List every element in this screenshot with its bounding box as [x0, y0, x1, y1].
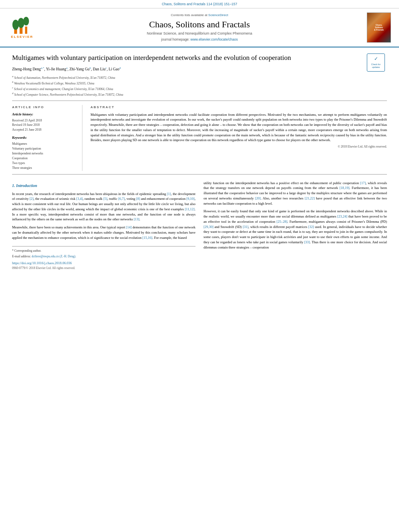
- email-label: E-mail address:: [12, 255, 31, 258]
- cover-thumbnail: Chaos,Solitons& Fractals: [367, 12, 391, 43]
- keyword-4: Cooperation: [12, 156, 76, 161]
- article-title-section: Multigames with voluntary participation …: [12, 53, 387, 97]
- ref-20[interactable]: [20]: [255, 196, 261, 200]
- keyword-3: Interdependent networks: [12, 152, 76, 156]
- ref-8[interactable]: [8]: [136, 197, 140, 201]
- issn-line: 0960-0779/© 2018 Elsevier Ltd. All right…: [12, 266, 195, 270]
- ref-1[interactable]: [1]: [167, 192, 171, 196]
- ref-11-12[interactable]: [11,12]: [185, 207, 194, 211]
- elsevier-wordmark: ELSEVIER: [11, 35, 33, 39]
- svg-point-3: [18, 18, 24, 28]
- title-divider: [12, 101, 387, 101]
- ref-23-24[interactable]: [23,24]: [337, 214, 348, 218]
- author-3: Zhi-Yang Gu: [70, 67, 90, 71]
- ref-25-28[interactable]: [25–28]: [277, 220, 288, 224]
- article-history-title: Article history:: [12, 112, 76, 117]
- intro-para-3: utility function on the interdependent n…: [204, 181, 387, 206]
- journal-subtitle: Nonlinear Science, and Nonequilibrium an…: [40, 31, 359, 36]
- check-badge-inner: ✓ Check for updates: [367, 53, 385, 72]
- authors-line: Zheng-Hong Denga,*, Yi-Jie Huanga, Zhi-Y…: [12, 66, 361, 72]
- author-2: Yi-Jie Huang: [46, 67, 66, 71]
- ref-31[interactable]: [31]: [243, 225, 248, 229]
- abstract-heading: ABSTRACT: [90, 105, 387, 109]
- intro-para-4: However, it can be easily found that onl…: [204, 209, 387, 250]
- abstract-column: ABSTRACT Multigames with voluntary parti…: [90, 105, 387, 170]
- journal-title-block: Contents lists available at ScienceDirec…: [36, 13, 363, 42]
- email-line: E-mail address: dcthree@nwpu.edu.cn (Z.-…: [12, 254, 195, 259]
- copyright-line: © 2018 Elsevier Ltd. All rights reserved…: [90, 145, 387, 149]
- journal-main-title: Chaos, Solitons and Fractals: [40, 19, 359, 30]
- ref-3-4[interactable]: [3,4]: [76, 197, 83, 201]
- affiliation-c: c School of economics and management, Ch…: [12, 86, 361, 91]
- ref-14[interactable]: [14]: [126, 225, 132, 229]
- affiliations: a School of Automation, Northwestern Pol…: [12, 74, 361, 97]
- ref-2[interactable]: [2]: [29, 197, 33, 201]
- affiliation-a: a School of Automation, Northwestern Pol…: [12, 74, 361, 80]
- article-info-abstract-section: ARTICLE INFO Article history: Received 2…: [12, 105, 387, 170]
- svg-point-4: [23, 17, 29, 26]
- body-right-column: utility function on the interdependent n…: [204, 181, 387, 270]
- article-title-text: Multigames with voluntary participation …: [12, 53, 361, 97]
- sciencedirect-link[interactable]: ScienceDirect: [208, 13, 228, 17]
- elsevier-tree-icon: [11, 16, 33, 34]
- contents-available-text: Contents lists available at ScienceDirec…: [40, 13, 359, 17]
- ref-33[interactable]: [33]: [304, 240, 310, 244]
- doi-link[interactable]: https://doi.org/10.1016/j.chaos.2018.06.…: [12, 261, 72, 265]
- journal-header: ELSEVIER Contents lists available at Sci…: [0, 8, 399, 47]
- ref-17[interactable]: [17]: [360, 181, 366, 185]
- ref-15-16[interactable]: [15,16]: [142, 236, 152, 240]
- intro-para-2: Meanwhile, there have been so many achie…: [12, 225, 195, 240]
- ref-13[interactable]: [13]: [134, 217, 139, 221]
- keyword-1: Multigames: [12, 142, 76, 146]
- body-two-columns: 1. Introduction In recent years, the res…: [12, 181, 387, 270]
- email-link[interactable]: dcthree@nwpu.edu.cn (Z.-H. Deng).: [32, 255, 76, 258]
- ref-21-22[interactable]: [21,22]: [305, 196, 315, 200]
- cover-title-text: Chaos,Solitons& Fractals: [374, 24, 384, 31]
- article-info-heading: ARTICLE INFO: [12, 105, 76, 109]
- check-updates-badge: ✓ Check for updates: [367, 53, 387, 72]
- journal-cover-image: Chaos,Solitons& Fractals: [363, 12, 391, 43]
- ref-9-10[interactable]: [9,10]: [186, 197, 195, 201]
- body-left-column: 1. Introduction In recent years, the res…: [12, 181, 195, 270]
- svg-rect-5: [25, 27, 27, 34]
- journal-homepage: journal homepage: www.elsevier.com/locat…: [40, 37, 359, 42]
- check-badge-line1: Check for: [371, 63, 381, 66]
- corresponding-author-note: * Corresponding author.: [12, 249, 195, 253]
- abstract-text: Multigames with voluntary participation …: [90, 112, 387, 143]
- footnote-section: * Corresponding author. E-mail address: …: [12, 246, 195, 270]
- accepted-date: Accepted 21 June 2018: [12, 128, 76, 132]
- keywords-title: Keywords:: [12, 136, 76, 140]
- homepage-link[interactable]: www.elsevier.com/locate/chaos: [191, 37, 238, 41]
- elsevier-logo: ELSEVIER: [8, 16, 36, 39]
- article-info-column: ARTICLE INFO Article history: Received 2…: [12, 105, 82, 170]
- author-4: Dan Liu: [93, 67, 105, 71]
- check-icon: ✓: [374, 56, 378, 62]
- svg-point-2: [12, 20, 19, 30]
- journal-citation: Chaos, Solitons and Fractals 114 (2018) …: [162, 2, 237, 6]
- introduction-heading: 1. Introduction: [12, 183, 195, 189]
- main-content: Multigames with voluntary participation …: [0, 47, 399, 276]
- keyword-5: Two types: [12, 161, 76, 166]
- ref-6-7[interactable]: [6,7]: [118, 197, 125, 201]
- ref-32[interactable]: [32]: [308, 225, 314, 229]
- affiliation-d: d School of Computer Science, Northweste…: [12, 91, 361, 97]
- article-main-title: Multigames with voluntary participation …: [12, 53, 361, 62]
- abstract-body-divider: [12, 174, 387, 175]
- revised-date: Revised 19 June 2018: [12, 123, 76, 127]
- affiliation-b: b Wenzhou VocationalErTechnical College,…: [12, 80, 361, 86]
- keyword-6: Three strategies: [12, 166, 76, 170]
- ref-5[interactable]: [5]: [103, 197, 107, 201]
- journal-citation-strip: Chaos, Solitons and Fractals 114 (2018) …: [0, 0, 399, 8]
- keyword-2: Voluntary participation: [12, 147, 76, 151]
- author-1: Zheng-Hong Deng: [12, 67, 41, 71]
- ref-29-30[interactable]: [29,30]: [204, 225, 214, 229]
- page-wrapper: Chaos, Solitons and Fractals 114 (2018) …: [0, 0, 399, 532]
- received-date: Received 23 April 2018: [12, 119, 76, 123]
- author-5: Li Gao: [109, 67, 119, 71]
- intro-para-1: In recent years, the research of interde…: [12, 191, 195, 222]
- ref-18-19[interactable]: [18,19]: [339, 186, 350, 190]
- check-badge-line2: updates: [372, 66, 380, 69]
